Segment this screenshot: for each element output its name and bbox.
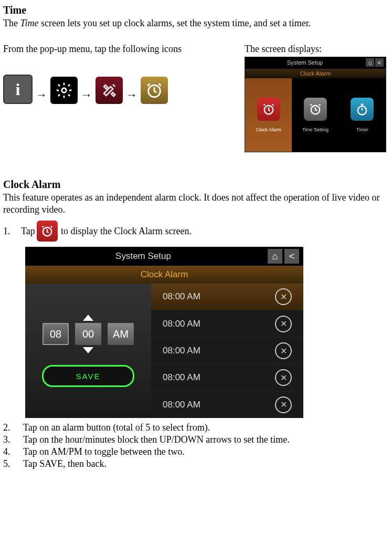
screenshot-title: System Setup [25, 251, 261, 262]
back-icon[interactable]: < [375, 58, 384, 67]
minute-field[interactable]: 00 [75, 323, 101, 345]
delete-alarm-icon[interactable]: ✕ [275, 369, 292, 386]
tile-timer-label: Timer [356, 127, 368, 132]
step-number: 3. [3, 434, 12, 445]
step-number: 2. [3, 422, 12, 433]
step-number: 4. [3, 446, 12, 457]
step-item: 5.Tap SAVE, then back. [3, 458, 386, 469]
step-text: Tap on an alarm button (total of 5 to se… [23, 422, 210, 433]
delete-alarm-icon[interactable]: ✕ [275, 288, 292, 305]
step-1-number: 1. [3, 226, 18, 237]
tile-timer[interactable]: Timer [339, 78, 386, 152]
step-1-pre: Tap [21, 226, 34, 237]
arrow-icon: → [36, 88, 47, 104]
alarm-time: 08:00 AM [163, 346, 200, 356]
tile-time-setting[interactable]: Time Setting [292, 78, 338, 152]
tools-icon [96, 77, 123, 104]
time-intro-em: Time [20, 18, 38, 28]
screenshot-title: System Setup [245, 59, 365, 66]
step-text: Tap SAVE, then back. [23, 458, 107, 469]
back-icon[interactable]: < [284, 249, 299, 264]
alarm-time: 08:00 AM [163, 319, 200, 329]
arrow-up-icon[interactable] [83, 315, 93, 321]
clock-alarm-screenshot: System Setup ⌂ < Clock Alarm 08 00 AM SA… [25, 247, 303, 418]
clock-alarm-desc: This feature operates as an independent … [3, 192, 386, 215]
delete-alarm-icon[interactable]: ✕ [275, 396, 292, 413]
alarm-row[interactable]: 08:00 AM ✕ [151, 284, 303, 310]
clock-alarm-icon-inline [37, 221, 58, 242]
home-icon[interactable]: ⌂ [268, 249, 282, 264]
info-icon: i [3, 75, 33, 104]
time-intro: The Time screen lets you set up clock al… [3, 17, 386, 29]
alarm-row[interactable]: 08:00 AM ✕ [151, 364, 303, 391]
alarm-list: 08:00 AM ✕ 08:00 AM ✕ 08:00 AM ✕ 08:00 A… [151, 284, 303, 418]
screenshot-top-icons: ⌂ < [268, 249, 299, 264]
step-item: 4.Tap on AM/PM to toggle between the two… [3, 446, 386, 457]
delete-alarm-icon[interactable]: ✕ [275, 316, 292, 332]
alarm-row[interactable]: 08:00 AM ✕ [151, 391, 303, 418]
icon-sequence: i → → → [3, 70, 224, 104]
clock-icon [141, 77, 168, 104]
alarm-row[interactable]: 08:00 AM ✕ [151, 310, 303, 337]
alarm-time: 08:00 AM [163, 372, 200, 383]
screenshot-subtitle: Clock Alarm [25, 266, 303, 284]
time-intro-suffix: screen lets you set up clock alarms, set… [39, 18, 311, 28]
step-item: 2.Tap on an alarm button (total of 5 to … [3, 422, 386, 433]
popup-instruction: From the pop-up menu, tap the following … [3, 43, 224, 55]
clock-alarm-heading: Clock Alarm [3, 179, 386, 191]
arrow-down-icon[interactable] [83, 347, 93, 353]
tile-clock-alarm-label: Clock Alarm [256, 127, 281, 132]
screenshot-subtitle: Clock Alarm [245, 69, 386, 78]
screenshot-top-icons: ⌂ < [366, 58, 384, 67]
step-text: Tap on the hour/minutes block then UP/DO… [23, 434, 290, 445]
tile-time-setting-label: Time Setting [302, 127, 329, 132]
alarm-row[interactable]: 08:00 AM ✕ [151, 337, 303, 364]
alarm-time: 08:00 AM [163, 291, 200, 302]
time-heading: Time [3, 4, 386, 16]
screen-displays-label: The screen displays: [245, 43, 386, 55]
time-intro-prefix: The [3, 18, 20, 28]
time-picker: 08 00 AM [43, 315, 134, 353]
delete-alarm-icon[interactable]: ✕ [275, 342, 292, 359]
svg-point-0 [62, 88, 67, 93]
alarm-time: 08:00 AM [163, 400, 200, 410]
tile-clock-alarm[interactable]: Clock Alarm [245, 78, 292, 152]
system-setup-screenshot-small: System Setup ⌂ < Clock Alarm Clock Alarm [245, 57, 386, 152]
step-text: Tap on AM/PM to toggle between the two. [23, 446, 185, 457]
time-setting-icon [304, 98, 327, 121]
step-number: 5. [3, 458, 12, 469]
svg-point-4 [358, 106, 366, 114]
save-button[interactable]: SAVE [42, 365, 134, 387]
clock-alarm-icon [257, 98, 280, 121]
steps-list: 2.Tap on an alarm button (total of 5 to … [3, 422, 386, 469]
time-picker-panel: 08 00 AM SAVE [25, 284, 151, 418]
step-1-post: to display the Clock Alarm screen. [61, 226, 192, 237]
gear-icon [50, 77, 78, 104]
arrow-icon: → [81, 88, 92, 104]
timer-icon [351, 98, 374, 121]
ampm-field[interactable]: AM [108, 323, 134, 345]
arrow-icon: → [126, 88, 137, 104]
home-icon[interactable]: ⌂ [366, 58, 374, 67]
hour-field[interactable]: 08 [43, 323, 69, 345]
step-item: 3.Tap on the hour/minutes block then UP/… [3, 434, 386, 445]
